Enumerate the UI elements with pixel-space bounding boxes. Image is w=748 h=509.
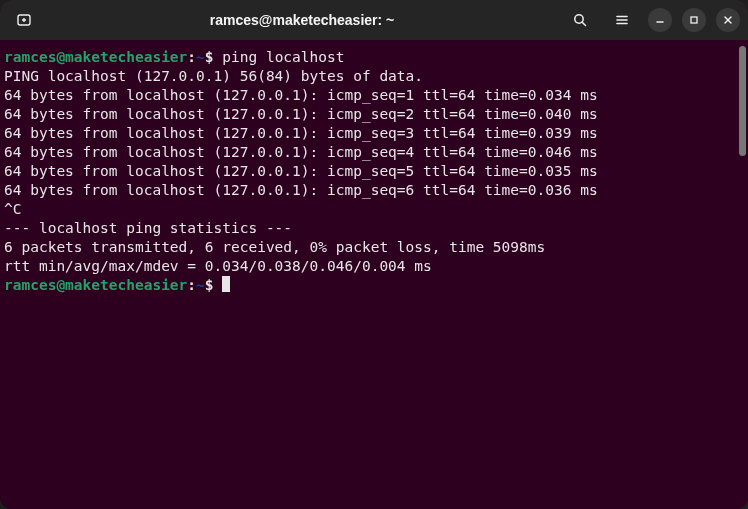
scrollbar-thumb[interactable] bbox=[739, 46, 746, 156]
menu-button[interactable] bbox=[606, 4, 638, 36]
ping-reply: 64 bytes from localhost (127.0.0.1): icm… bbox=[4, 86, 744, 105]
new-tab-button[interactable] bbox=[8, 4, 40, 36]
prompt-user-host: ramces@maketecheasier bbox=[4, 49, 187, 65]
prompt-line: ramces@maketecheasier:~$ ping localhost bbox=[4, 48, 744, 67]
ping-reply: 64 bytes from localhost (127.0.0.1): icm… bbox=[4, 181, 744, 200]
prompt-symbol: $ bbox=[205, 49, 214, 65]
stats-summary: 6 packets transmitted, 6 received, 0% pa… bbox=[4, 238, 744, 257]
minimize-button[interactable] bbox=[648, 8, 672, 32]
titlebar: ramces@maketecheasier: ~ bbox=[0, 0, 748, 40]
close-icon bbox=[723, 15, 733, 25]
search-button[interactable] bbox=[564, 4, 596, 36]
command-text: ping localhost bbox=[222, 49, 344, 65]
terminal-body[interactable]: ramces@maketecheasier:~$ ping localhost … bbox=[0, 40, 748, 509]
maximize-button[interactable] bbox=[682, 8, 706, 32]
cursor bbox=[222, 276, 230, 292]
stats-header: --- localhost ping statistics --- bbox=[4, 219, 744, 238]
close-button[interactable] bbox=[716, 8, 740, 32]
ping-header: PING localhost (127.0.0.1) 56(84) bytes … bbox=[4, 67, 744, 86]
window-title: ramces@maketecheasier: ~ bbox=[40, 12, 564, 28]
ping-reply: 64 bytes from localhost (127.0.0.1): icm… bbox=[4, 143, 744, 162]
prompt-sep: : bbox=[187, 49, 196, 65]
new-tab-icon bbox=[16, 12, 32, 28]
prompt-symbol: $ bbox=[205, 277, 214, 293]
hamburger-icon bbox=[614, 12, 630, 28]
prompt-sep: : bbox=[187, 277, 196, 293]
prompt-line: ramces@maketecheasier:~$ bbox=[4, 276, 744, 295]
ping-reply: 64 bytes from localhost (127.0.0.1): icm… bbox=[4, 105, 744, 124]
maximize-icon bbox=[689, 15, 699, 25]
svg-rect-9 bbox=[691, 17, 697, 23]
stats-rtt: rtt min/avg/max/mdev = 0.034/0.038/0.046… bbox=[4, 257, 744, 276]
prompt-path: ~ bbox=[196, 277, 205, 293]
ping-reply: 64 bytes from localhost (127.0.0.1): icm… bbox=[4, 124, 744, 143]
minimize-icon bbox=[655, 15, 665, 25]
prompt-path: ~ bbox=[196, 49, 205, 65]
interrupt: ^C bbox=[4, 200, 744, 219]
terminal-window: ramces@maketecheasier: ~ bbox=[0, 0, 748, 509]
prompt-user-host: ramces@maketecheasier bbox=[4, 277, 187, 293]
ping-reply: 64 bytes from localhost (127.0.0.1): icm… bbox=[4, 162, 744, 181]
svg-line-4 bbox=[582, 22, 585, 25]
search-icon bbox=[572, 12, 588, 28]
